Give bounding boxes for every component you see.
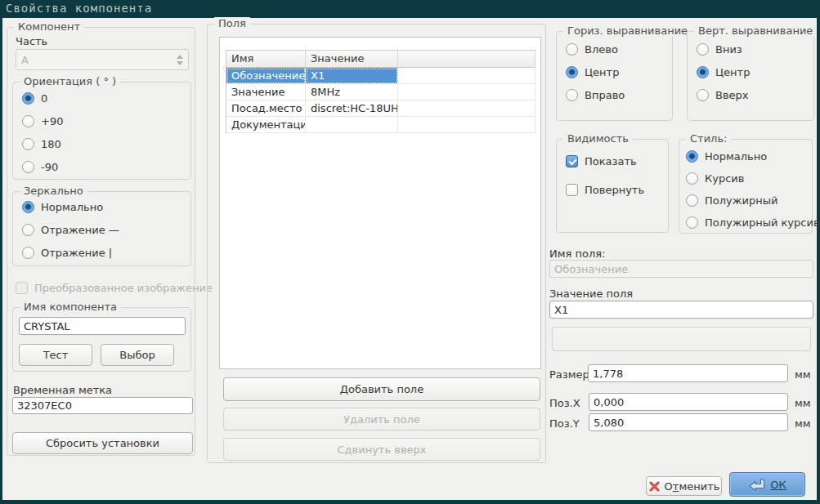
component-group: Компонент Часть A Ориентация ( ° ) 0 +90… <box>7 27 195 456</box>
radio-icon <box>566 66 578 78</box>
cancel-x-icon <box>648 480 661 493</box>
timestamp-input[interactable] <box>12 397 193 414</box>
part-spinner[interactable]: A <box>16 49 189 70</box>
ok-button[interactable]: ОК <box>729 472 805 497</box>
table-row-0-value[interactable]: X1 <box>306 68 398 84</box>
radio-style-italic[interactable]: Курсив <box>679 171 812 185</box>
size-label: Размер <box>549 368 589 381</box>
radio-orientation-90[interactable]: +90 <box>13 114 190 128</box>
visibility-group: Видимость Показать Повернуть <box>556 139 669 233</box>
convert-checkbox: Преобразованное изображение <box>7 280 213 295</box>
table-row-1-name[interactable]: Значение <box>226 84 306 100</box>
field-value-label: Значение поля <box>549 288 633 300</box>
radio-valign-top[interactable]: Вверх <box>688 87 813 102</box>
radio-icon <box>566 43 578 56</box>
component-group-label: Компонент <box>14 20 84 33</box>
radio-halign-center[interactable]: Центр <box>557 65 672 79</box>
radio-valign-bottom[interactable]: Вниз <box>688 42 813 56</box>
part-value: A <box>21 54 29 66</box>
radio-orientation-180[interactable]: 180 <box>13 136 190 151</box>
column-header-extra[interactable] <box>398 51 535 68</box>
radio-icon <box>22 224 34 236</box>
visibility-group-label: Видимость <box>563 132 633 145</box>
radio-icon <box>22 115 34 127</box>
style-group-label: Стиль: <box>686 132 731 145</box>
reset-defaults-button[interactable]: Сбросить установки <box>12 432 193 454</box>
window-title: Свойства компонента <box>6 2 152 15</box>
radio-icon <box>686 216 698 229</box>
orientation-group-label: Ориентация ( ° ) <box>20 75 120 87</box>
fields-table[interactable]: Имя Значение Обозначение X1 Значение 8MH… <box>226 50 535 133</box>
test-button[interactable]: Тест <box>19 344 92 366</box>
delete-field-button[interactable]: Удалить поле <box>223 408 540 430</box>
style-group: Стиль: Нормально Курсив Полужирный Полуж… <box>679 139 813 234</box>
cancel-label: Отменить <box>665 480 720 493</box>
radio-icon <box>686 150 698 163</box>
radio-icon <box>697 66 709 78</box>
size-input[interactable] <box>588 364 788 382</box>
select-button[interactable]: Выбор <box>101 344 174 366</box>
table-row-0-name[interactable]: Обозначение <box>226 68 306 84</box>
v-align-group-label: Верт. выравнивание <box>694 25 817 37</box>
table-row-1-extra[interactable] <box>398 84 535 100</box>
spinner-arrows-icon[interactable] <box>177 55 183 65</box>
chip-name-group-label: Имя компонента <box>20 301 121 313</box>
checkbox-icon <box>16 282 28 294</box>
mirror-group-label: Зеркально <box>20 185 87 197</box>
mirror-group: Зеркально Нормально Отражение — Отражени… <box>12 191 191 266</box>
radio-halign-left[interactable]: Влево <box>557 42 672 56</box>
field-name-input <box>549 260 813 278</box>
h-align-group: Гориз. выравнивание Влево Центр Вправо <box>556 31 673 121</box>
size-unit: мм <box>795 368 811 381</box>
pos-y-label: Поз.Y <box>549 417 580 430</box>
radio-icon <box>686 172 698 185</box>
chip-name-group: Имя компонента Тест Выбор <box>12 307 191 372</box>
field-name-label: Имя поля: <box>549 248 605 260</box>
radio-valign-center[interactable]: Центр <box>688 65 813 79</box>
radio-icon <box>22 138 34 150</box>
radio-orientation-minus90[interactable]: -90 <box>13 159 190 174</box>
radio-icon <box>697 43 709 56</box>
radio-icon <box>686 194 698 207</box>
radio-mirror-normal[interactable]: Нормально <box>13 199 190 214</box>
timestamp-label: Временная метка <box>13 384 112 396</box>
ok-label: ОК <box>770 479 786 491</box>
radio-icon <box>22 247 34 259</box>
pos-x-input[interactable] <box>589 393 788 411</box>
h-align-group-label: Гориз. выравнивание <box>563 25 692 37</box>
empty-action-button[interactable] <box>552 327 811 351</box>
component-properties-dialog: Компонент Часть A Ориентация ( ° ) 0 +90… <box>2 18 817 500</box>
part-label: Часть <box>16 35 47 47</box>
field-value-input[interactable] <box>549 301 813 319</box>
cancel-button[interactable]: Отменить <box>646 476 722 496</box>
chip-name-input[interactable] <box>19 317 186 335</box>
radio-mirror-vertical[interactable]: Отражение | <box>13 245 190 260</box>
table-row-3-extra[interactable] <box>398 117 535 133</box>
add-field-button[interactable]: Добавить поле <box>223 377 540 401</box>
table-row-2-name[interactable]: Посад.место <box>226 100 306 117</box>
pos-y-input[interactable] <box>589 413 788 431</box>
table-row-1-value[interactable]: 8MHz <box>306 84 398 100</box>
window-titlebar[interactable]: Свойства компонента <box>0 0 820 18</box>
radio-icon <box>22 161 34 173</box>
move-up-button[interactable]: Сдвинуть вверх <box>223 438 540 461</box>
radio-orientation-0[interactable]: 0 <box>13 91 190 105</box>
column-header-value[interactable]: Значение <box>306 51 398 68</box>
column-header-name[interactable]: Имя <box>226 51 306 68</box>
rotate-checkbox[interactable]: Повернуть <box>557 182 668 197</box>
radio-style-bold[interactable]: Полужирный <box>679 193 812 207</box>
table-row-2-extra[interactable] <box>398 100 535 117</box>
radio-halign-right[interactable]: Вправо <box>557 87 672 102</box>
table-row-2-value[interactable]: discret:HC-18UH <box>306 100 398 117</box>
radio-style-bold-italic[interactable]: Полужирный курсив <box>679 215 812 230</box>
show-checkbox[interactable]: Показать <box>557 154 668 168</box>
radio-mirror-horizontal[interactable]: Отражение — <box>13 222 190 237</box>
radio-style-normal[interactable]: Нормально <box>679 149 812 163</box>
table-row-3-name[interactable]: Документация <box>226 117 306 133</box>
pos-x-unit: мм <box>795 397 811 409</box>
radio-icon <box>566 89 578 101</box>
table-row-0-extra[interactable] <box>398 68 535 84</box>
checkbox-icon <box>566 184 578 196</box>
fields-group: Поля Имя Значение Обозначение X1 Значени… <box>207 24 546 463</box>
table-row-3-value[interactable] <box>306 117 398 133</box>
